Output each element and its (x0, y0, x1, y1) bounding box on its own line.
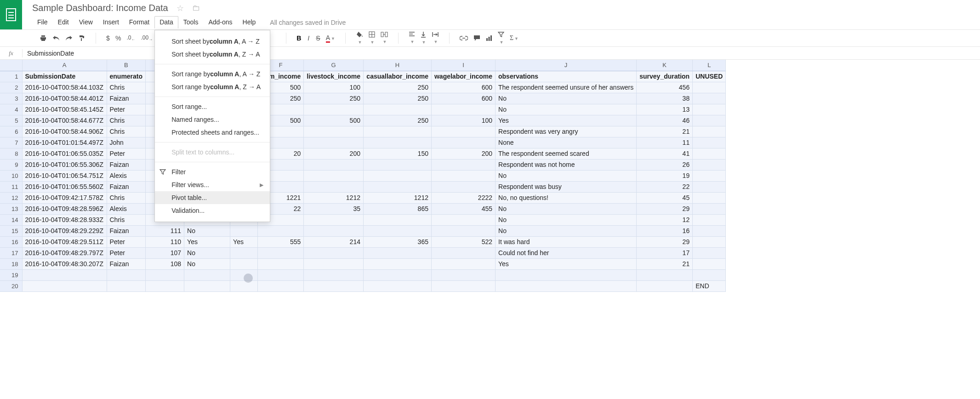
cell[interactable] (693, 115, 726, 126)
row-header[interactable]: 7 (0, 137, 22, 148)
cell[interactable] (363, 280, 431, 291)
cell[interactable] (431, 269, 495, 280)
cell[interactable]: 1212 (304, 192, 364, 203)
cell[interactable]: enumerato (107, 71, 146, 82)
fill-color-icon[interactable]: ▼ (353, 29, 366, 47)
cell[interactable] (431, 181, 495, 192)
cell[interactable] (363, 170, 431, 181)
row-header[interactable]: 4 (0, 104, 22, 115)
cell[interactable] (637, 269, 693, 280)
cell[interactable] (184, 269, 230, 280)
cell[interactable]: Respondent was not home (496, 159, 637, 170)
cell[interactable] (431, 159, 495, 170)
cell[interactable] (107, 280, 146, 291)
select-all-cell[interactable] (0, 60, 22, 71)
cell[interactable] (431, 104, 495, 115)
cell[interactable] (304, 159, 364, 170)
cell[interactable]: Chris (107, 214, 146, 225)
cell[interactable]: 250 (363, 82, 431, 93)
cell[interactable] (431, 225, 495, 236)
redo-icon[interactable] (63, 33, 75, 43)
dd-sort-sheet-az[interactable]: Sort sheet by column A, A → Z (155, 35, 270, 48)
dd-validation[interactable]: Validation... (155, 204, 270, 217)
cell[interactable]: 522 (431, 236, 495, 247)
dd-protected[interactable]: Protected sheets and ranges... (155, 126, 270, 139)
cell[interactable]: 2016-10-04T09:48:29.229Z (22, 225, 107, 236)
cell[interactable]: Peter (107, 104, 146, 115)
cell[interactable]: 13 (637, 104, 693, 115)
row-header[interactable]: 8 (0, 148, 22, 159)
cell[interactable]: 500 (304, 115, 364, 126)
menu-data[interactable]: Data Sort sheet by column A, A → Z Sort … (154, 16, 178, 28)
cell[interactable] (431, 247, 495, 258)
cell[interactable] (693, 126, 726, 137)
cell[interactable]: 2016-10-04T01:06:54.751Z (22, 170, 107, 181)
cell[interactable]: Could not find her (496, 247, 637, 258)
cell[interactable]: It was hard (496, 236, 637, 247)
cell[interactable] (258, 258, 304, 269)
bold-button[interactable]: B (294, 33, 304, 44)
menu-file[interactable]: File (32, 16, 53, 28)
spreadsheet-grid[interactable]: ABCDEFGHIJKL1SubmissionDateenumeratofarm… (0, 60, 726, 292)
cell[interactable]: No, no questions! (496, 192, 637, 203)
col-header-G[interactable]: G (304, 60, 364, 71)
dd-named-ranges[interactable]: Named ranges... (155, 113, 270, 126)
cell[interactable]: UNUSED (693, 71, 726, 82)
cell[interactable]: No (496, 93, 637, 104)
functions-icon[interactable]: Σ▼ (507, 33, 521, 44)
cell[interactable] (693, 192, 726, 203)
cell[interactable] (304, 181, 364, 192)
cell[interactable]: 2016-10-04T01:06:55.560Z (22, 181, 107, 192)
cell[interactable]: 200 (431, 148, 495, 159)
row-header[interactable]: 1 (0, 71, 22, 82)
cell[interactable]: Respondent was busy (496, 181, 637, 192)
cell[interactable]: 107 (146, 247, 184, 258)
cell[interactable]: Chris (107, 126, 146, 137)
cell[interactable]: 150 (363, 148, 431, 159)
cell[interactable] (304, 225, 364, 236)
cell[interactable] (230, 225, 258, 236)
cell[interactable] (363, 247, 431, 258)
cell[interactable]: 2016-10-04T09:48:30.207Z (22, 258, 107, 269)
cell[interactable]: None (496, 137, 637, 148)
cell[interactable] (146, 280, 184, 291)
cell[interactable]: No (184, 225, 230, 236)
cell[interactable] (304, 280, 364, 291)
cell[interactable] (693, 104, 726, 115)
menu-edit[interactable]: Edit (53, 16, 74, 28)
italic-button[interactable]: I (304, 33, 313, 44)
cell[interactable]: 2016-10-04T09:42:17.578Z (22, 192, 107, 203)
row-header[interactable]: 6 (0, 126, 22, 137)
cell[interactable]: casuallabor_income (363, 71, 431, 82)
col-header-I[interactable]: I (431, 60, 495, 71)
menu-help[interactable]: Help (238, 16, 261, 28)
cell[interactable] (184, 280, 230, 291)
cell[interactable]: 100 (304, 82, 364, 93)
cell[interactable] (693, 148, 726, 159)
menu-format[interactable]: Format (124, 16, 154, 28)
folder-icon[interactable]: 🗀 (192, 3, 200, 13)
textcolor-button[interactable]: A▼ (323, 32, 338, 45)
cell[interactable]: Alexis (107, 203, 146, 214)
cell[interactable]: No (184, 247, 230, 258)
cell[interactable]: 45 (637, 192, 693, 203)
menu-addons[interactable]: Add-ons (203, 16, 237, 28)
cell[interactable] (496, 269, 637, 280)
cell[interactable]: Yes (496, 258, 637, 269)
star-icon[interactable]: ☆ (177, 3, 184, 13)
dd-sort-range[interactable]: Sort range... (155, 100, 270, 113)
cell[interactable]: 555 (258, 236, 304, 247)
borders-icon[interactable]: ▼ (366, 29, 378, 47)
cell[interactable] (693, 82, 726, 93)
cell[interactable]: 29 (637, 236, 693, 247)
cell[interactable]: The respondent seemed unsure of her answ… (496, 82, 637, 93)
row-header[interactable]: 19 (0, 269, 22, 280)
cell[interactable]: survey_duration (637, 71, 693, 82)
cell[interactable] (693, 181, 726, 192)
cell[interactable] (693, 225, 726, 236)
col-header-H[interactable]: H (363, 60, 431, 71)
cell[interactable] (258, 269, 304, 280)
cell[interactable] (431, 258, 495, 269)
row-header[interactable]: 15 (0, 225, 22, 236)
cell[interactable] (230, 269, 258, 280)
